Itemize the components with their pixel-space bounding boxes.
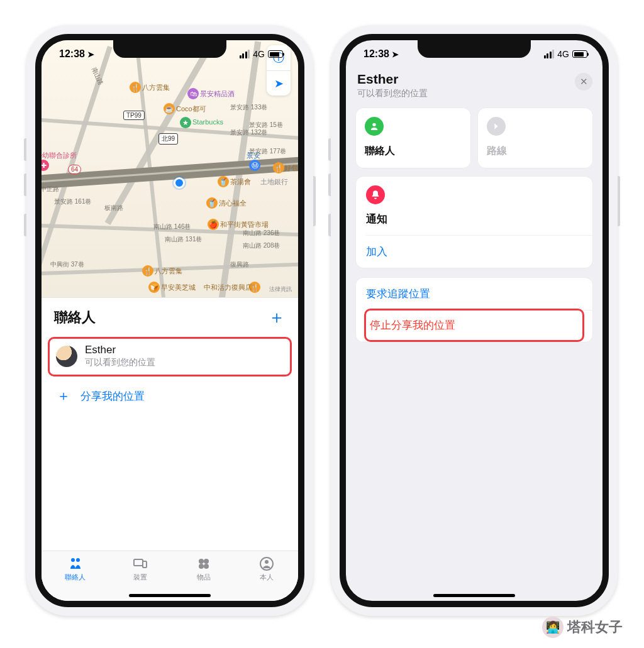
map[interactable]: 中正路 景安路 161巷 板南路 南山路 146巷 南山路 236巷 南山路 2… [42, 40, 298, 298]
devices-icon [132, 556, 148, 571]
phone-right: 12:38 ➤ 4G Esther 可以看到您的位置 ✕ [331, 25, 618, 616]
battery-icon [572, 50, 587, 58]
street-label: 中興街 37巷 [50, 260, 84, 269]
street-label: 南山路 236巷 [243, 229, 280, 238]
home-indicator[interactable] [433, 594, 515, 597]
svg-point-0 [71, 558, 75, 562]
contact-row[interactable]: Esther 可以看到您的位置 [56, 344, 284, 368]
poi-label: 和平街黃昏市場 [220, 220, 269, 229]
poi-label: 八方雲集 [142, 83, 170, 92]
highway [42, 156, 298, 189]
poi-drink-icon[interactable]: 🥤 [218, 176, 229, 187]
add-notification-row[interactable]: 加入 [356, 236, 592, 268]
watermark-text: 塔科女子 [567, 618, 623, 637]
route-shield: 北99 [158, 133, 178, 145]
contact-subtitle: 可以看到您的位置 [357, 88, 591, 99]
notch [113, 40, 226, 58]
poi-restaurant-icon[interactable]: 🍞 [148, 282, 160, 293]
poi-metro-icon[interactable]: Ⓜ [249, 160, 260, 171]
highlight-contact-row: Esther 可以看到您的位置 [48, 337, 292, 376]
highway-shield: 64 [68, 165, 81, 174]
phone-left: 12:38 ➤ 4G [26, 25, 313, 616]
watermark-icon: 👩‍💻 [542, 617, 564, 638]
poi-label: 土地銀行 [260, 177, 288, 187]
map-legal-link[interactable]: 法律資訊 [269, 285, 292, 294]
poi-label: 八方雲集 [155, 266, 182, 276]
contact-subtitle: 可以看到您的位置 [85, 357, 155, 368]
detail-header: Esther 可以看到您的位置 ✕ [346, 68, 602, 108]
street-label: 南山路 208巷 [243, 241, 280, 250]
route-icon [487, 117, 506, 136]
share-location-label: 分享我的位置 [80, 389, 145, 404]
actions-card: 要求追蹤位置 停止分享我的位置 [356, 278, 592, 342]
tile-label: 聯絡人 [365, 145, 462, 158]
poi-label: 景安 [247, 151, 260, 160]
street-label: 板南路 [104, 204, 123, 212]
location-services-icon: ➤ [392, 50, 399, 59]
street-label: 中正路 [42, 185, 59, 194]
svg-point-4 [199, 559, 204, 564]
tile-contact[interactable]: 聯絡人 [356, 108, 470, 168]
street-label: 復興路 [230, 260, 249, 269]
street-label: 景安路 133巷 [230, 103, 267, 112]
poi-label: 清心福全 [219, 199, 247, 208]
status-time: 12:38 [59, 48, 85, 60]
poi-label: 好包子 [284, 163, 298, 173]
home-indicator[interactable] [129, 594, 211, 597]
stop-sharing-row[interactable]: 停止分享我的位置 [366, 310, 582, 340]
poi-label: 早安美芝城 [161, 283, 196, 292]
svg-rect-3 [143, 561, 147, 568]
street-label: 南山路 146巷 [153, 222, 191, 231]
poi-cafe-icon[interactable]: ☕ [164, 103, 175, 114]
avatar [56, 346, 77, 367]
request-tracking-row[interactable]: 要求追蹤位置 [356, 278, 592, 310]
street-label: 南山路 131巷 [165, 235, 202, 244]
poi-drink-icon[interactable]: 🥤 [206, 197, 218, 209]
tab-label: 物品 [197, 573, 211, 582]
current-location-dot [174, 177, 185, 189]
street-label: 景安路 15巷 [249, 121, 283, 129]
tile-route[interactable]: 路線 [478, 108, 592, 168]
sheet-title: 聯絡人 [54, 308, 96, 327]
share-location-row[interactable]: ＋ 分享我的位置 [42, 376, 298, 415]
notifications-title: 通知 [366, 212, 582, 226]
tab-bar: 聯絡人 裝置 物品 本人 [42, 551, 298, 601]
svg-point-10 [372, 123, 375, 126]
people-sheet: 聯絡人 ＋ Esther 可以看到您的位置 ＋ 分享我的位置 [42, 298, 298, 601]
plus-icon: ＋ [57, 387, 70, 405]
tab-label: 本人 [260, 573, 274, 582]
poi-restaurant-icon[interactable]: 🍴 [130, 82, 141, 93]
tab-me[interactable]: 本人 [258, 556, 275, 582]
poi-market-icon[interactable]: 🍎 [208, 219, 219, 230]
signal-icon [544, 50, 555, 58]
poi-restaurant-icon[interactable]: 🍴 [273, 162, 284, 173]
poi-shopping-icon[interactable]: 🛍 [187, 88, 199, 99]
notifications-card: 通知 加入 [356, 177, 592, 268]
bell-icon [366, 185, 385, 204]
tab-devices[interactable]: 裝置 [132, 556, 148, 582]
svg-point-6 [199, 564, 204, 569]
svg-point-1 [76, 558, 80, 562]
close-button[interactable]: ✕ [575, 73, 592, 91]
add-contact-button[interactable]: ＋ [268, 305, 286, 329]
route-shield: TP99 [123, 111, 145, 120]
items-icon [196, 556, 212, 571]
tab-label: 裝置 [133, 573, 147, 582]
street-label: 景安路 161巷 [54, 197, 91, 206]
poi-starbucks-icon[interactable]: ★ [180, 117, 191, 128]
map-locate-button[interactable]: ➤ [267, 70, 291, 96]
tile-label: 路線 [487, 145, 584, 158]
network-label: 4G [253, 49, 265, 59]
poi-restaurant-icon[interactable]: 🍴 [142, 265, 153, 277]
tab-people[interactable]: 聯絡人 [65, 556, 86, 582]
tab-items[interactable]: 物品 [196, 556, 212, 582]
tab-label: 聯絡人 [65, 573, 86, 582]
poi-label: 茶湯會 [230, 177, 251, 187]
poi-label: 中和活力復興店 [204, 283, 252, 292]
notch [418, 40, 531, 58]
poi-label: Starbucks [192, 118, 223, 126]
battery-icon [268, 50, 283, 58]
contact-name: Esther [357, 72, 591, 87]
poi-clinic-icon[interactable]: ✚ [42, 160, 49, 171]
people-icon [67, 556, 84, 571]
